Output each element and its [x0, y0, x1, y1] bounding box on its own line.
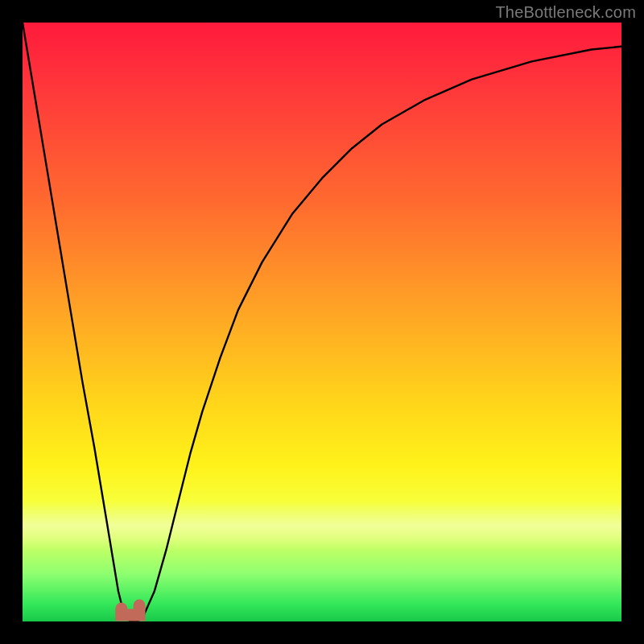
- watermark-text: TheBottleneck.com: [495, 3, 636, 22]
- optimal-marker: [122, 605, 139, 615]
- outer-frame: TheBottleneck.com: [0, 0, 644, 644]
- plot-area: [23, 23, 621, 621]
- curve-layer: [23, 23, 621, 621]
- bottleneck-curve: [23, 23, 621, 621]
